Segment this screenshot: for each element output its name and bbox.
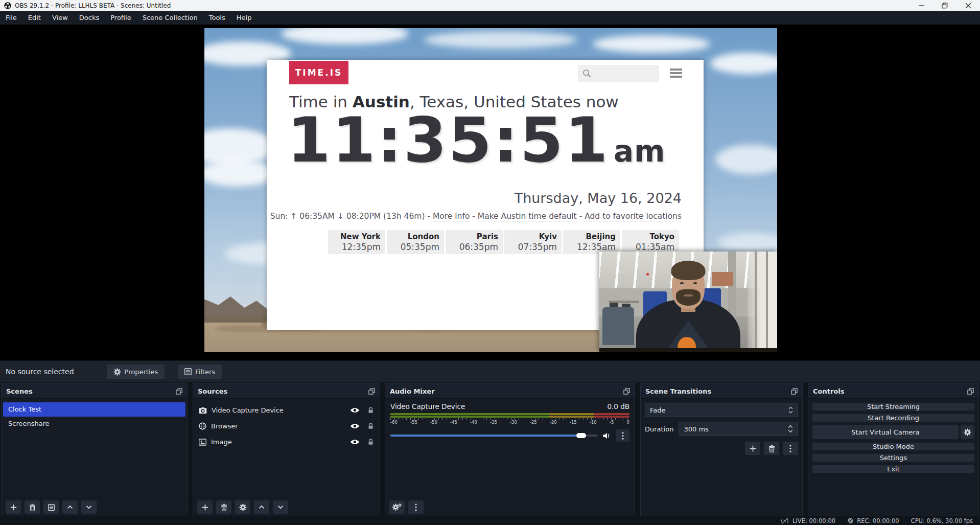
menu-view[interactable]: View bbox=[46, 11, 74, 25]
webcam-overlay[interactable] bbox=[599, 252, 777, 352]
cloud bbox=[710, 53, 777, 74]
menu-scene-collection[interactable]: Scene Collection bbox=[137, 11, 203, 25]
city-box-kyiv: Kyiv 07:35pm bbox=[504, 230, 562, 254]
transition-dropdown[interactable]: Fade bbox=[645, 403, 798, 417]
world-cities-row: New York 12:35pm London 05:35pm Paris 06… bbox=[328, 230, 679, 254]
transition-menu-button[interactable] bbox=[783, 442, 798, 455]
trash-icon bbox=[29, 504, 36, 511]
popout-icon[interactable] bbox=[368, 388, 375, 395]
gear-icon bbox=[113, 368, 121, 376]
volume-slider[interactable] bbox=[390, 435, 598, 437]
program-canvas[interactable]: TIME.IS Time in Austin, Texas, United St… bbox=[204, 28, 777, 352]
add-transition-button[interactable] bbox=[745, 442, 760, 455]
duration-spinbox[interactable]: 300 ms bbox=[679, 422, 798, 436]
studio-mode-button[interactable]: Studio Mode bbox=[812, 443, 974, 450]
scene-item-screenshare[interactable]: Screenshare bbox=[3, 417, 185, 431]
chevron-up-icon[interactable] bbox=[788, 425, 793, 428]
move-scene-down-button[interactable] bbox=[81, 500, 97, 514]
exit-button[interactable]: Exit bbox=[812, 465, 974, 473]
scenes-title: Scenes bbox=[6, 387, 33, 395]
webcam-window bbox=[748, 252, 777, 352]
popout-icon[interactable] bbox=[967, 388, 974, 395]
filter-icon bbox=[48, 504, 55, 511]
camera-icon bbox=[199, 407, 207, 414]
visibility-eye-icon[interactable] bbox=[350, 423, 360, 429]
chevron-up-icon bbox=[788, 406, 793, 409]
mixer-menu-button[interactable] bbox=[408, 500, 424, 514]
sun-info-line: Sun: ↑ 06:35AM ↓ 08:20PM (13h 46m) - Mor… bbox=[267, 212, 682, 221]
start-streaming-button[interactable]: Start Streaming bbox=[812, 403, 974, 410]
menu-tools[interactable]: Tools bbox=[203, 11, 231, 25]
speaker-icon[interactable] bbox=[602, 432, 612, 440]
mixer-channel-name: Video Capture Device bbox=[390, 402, 465, 410]
close-button[interactable] bbox=[956, 0, 980, 11]
start-virtual-camera-button[interactable]: Start Virtual Camera bbox=[812, 425, 959, 439]
move-scene-up-button[interactable] bbox=[62, 500, 78, 514]
menu-edit[interactable]: Edit bbox=[22, 11, 46, 25]
start-recording-button[interactable]: Start Recording bbox=[812, 414, 974, 422]
remove-transition-button[interactable] bbox=[764, 442, 779, 455]
popout-icon[interactable] bbox=[176, 388, 182, 395]
move-source-down-button[interactable] bbox=[273, 500, 288, 514]
minimize-icon bbox=[918, 3, 924, 9]
popout-icon[interactable] bbox=[623, 388, 630, 395]
popout-icon[interactable] bbox=[791, 388, 798, 395]
add-scene-button[interactable] bbox=[6, 500, 21, 514]
lock-icon[interactable] bbox=[367, 423, 374, 429]
scene-filters-button[interactable] bbox=[43, 500, 59, 514]
menu-docks[interactable]: Docks bbox=[74, 11, 105, 25]
make-default-link: Make Austin time default bbox=[478, 212, 577, 221]
menu-help[interactable]: Help bbox=[231, 11, 258, 25]
source-properties-button[interactable] bbox=[235, 500, 250, 514]
source-toolbar: No source selected Properties Filters bbox=[0, 361, 980, 382]
restore-button[interactable] bbox=[933, 0, 956, 11]
menu-file[interactable]: File bbox=[0, 11, 22, 25]
advanced-audio-button[interactable] bbox=[389, 500, 405, 514]
preview-area: TIME.IS Time in Austin, Texas, United St… bbox=[0, 25, 980, 360]
obs-logo-icon bbox=[4, 2, 11, 9]
window-titlebar: OBS 29.1.2 - Profile: LLHLS BETA - Scene… bbox=[0, 0, 980, 11]
close-icon bbox=[965, 3, 971, 9]
remove-scene-button[interactable] bbox=[25, 500, 40, 514]
settings-button[interactable]: Settings bbox=[812, 454, 974, 462]
gear-icon bbox=[239, 504, 247, 511]
city-box-tokyo: Tokyo 01:35am bbox=[622, 230, 679, 254]
virtual-camera-config-button[interactable] bbox=[961, 425, 974, 439]
remove-source-button[interactable] bbox=[216, 500, 231, 514]
chevron-down-icon[interactable] bbox=[788, 429, 793, 433]
trash-icon bbox=[221, 504, 227, 511]
chevron-up-icon bbox=[259, 505, 265, 509]
scene-item-clock-test[interactable]: Clock Test bbox=[3, 402, 185, 417]
volume-meter bbox=[390, 413, 629, 418]
visibility-eye-icon[interactable] bbox=[350, 439, 360, 445]
lock-icon[interactable] bbox=[367, 407, 374, 414]
menu-profile[interactable]: Profile bbox=[105, 11, 136, 25]
more-info-link: More info bbox=[433, 212, 470, 221]
date-display: Thursday, May 16, 2024 bbox=[515, 190, 682, 206]
status-bar: LIVE: 00:00:00 REC: 00:00:00 CPU: 0.6%, … bbox=[0, 516, 980, 525]
move-source-up-button[interactable] bbox=[254, 500, 269, 514]
audio-mixer-title: Audio Mixer bbox=[390, 387, 435, 395]
minimize-button[interactable] bbox=[909, 0, 933, 11]
properties-button[interactable]: Properties bbox=[107, 364, 165, 379]
source-item-video-capture[interactable]: Video Capture Device bbox=[193, 402, 380, 418]
dots-vertical-icon bbox=[789, 445, 791, 452]
filters-button[interactable]: Filters bbox=[178, 364, 222, 379]
source-item-image[interactable]: Image bbox=[193, 434, 380, 450]
visibility-eye-icon[interactable] bbox=[350, 407, 360, 414]
city-box-beijing: Beijing 12:35am bbox=[563, 230, 620, 254]
chevron-down-icon bbox=[788, 410, 793, 414]
rec-timer: REC: 00:00:00 bbox=[857, 517, 899, 524]
volume-slider-handle[interactable] bbox=[576, 433, 586, 438]
dots-vertical-icon bbox=[415, 504, 417, 511]
scenes-panel: Scenes Clock Test Screenshare bbox=[1, 383, 188, 517]
meter-scale: -60-55-50-45-40-35-30-25-20-15-10-50 bbox=[390, 420, 629, 425]
add-source-button[interactable] bbox=[197, 500, 213, 514]
lock-icon[interactable] bbox=[367, 439, 374, 445]
sun-times: Sun: ↑ 06:35AM ↓ 08:20PM (13h 46m) - bbox=[270, 212, 433, 221]
source-status-text: No source selected bbox=[6, 368, 74, 376]
chevron-up-icon bbox=[67, 505, 73, 509]
gear-icon bbox=[964, 428, 971, 436]
mixer-channel-menu-button[interactable] bbox=[616, 429, 629, 442]
source-item-browser[interactable]: Browser bbox=[193, 418, 380, 434]
